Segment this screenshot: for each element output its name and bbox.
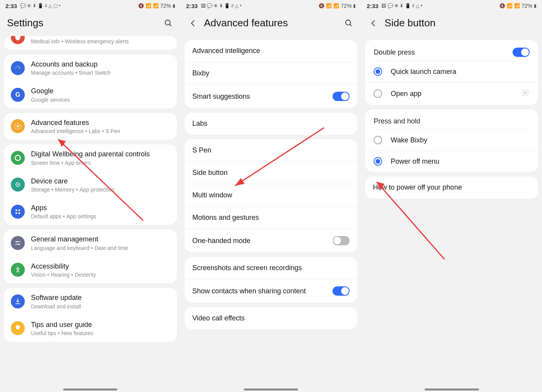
back-button[interactable]: [368, 18, 379, 29]
gear-icon: [11, 119, 25, 133]
power-off-row[interactable]: Power off menu: [365, 151, 538, 172]
one-handed-toggle[interactable]: [333, 236, 350, 245]
sb-header: Side button: [361, 12, 542, 38]
svg-point-17: [346, 20, 351, 25]
open-app-row[interactable]: Open app: [365, 82, 538, 105]
devicecare-row[interactable]: Device care Storage•Memory•App protectio…: [4, 171, 177, 198]
nav-handle[interactable]: [244, 389, 298, 390]
mute-icon: 🔇: [499, 3, 505, 8]
advanced-features-screen: 2:33 🖼 💬 ❄ ⬇ 📱 # △ • 🔇 📶 📶 72% ▮ Advance…: [181, 0, 362, 392]
notif-icon: 🖼 💬 ❄ ⬇ 📱 # △ •: [201, 3, 242, 8]
labs-row[interactable]: Labs: [185, 113, 358, 135]
battery-icon: ▮: [173, 3, 175, 8]
accounts-card: Accounts and backup Manage accounts•Smar…: [4, 55, 177, 108]
wellbeing-row[interactable]: Digital Wellbeing and parental controls …: [4, 144, 177, 171]
nav-handle[interactable]: [425, 389, 479, 390]
quick-launch-row[interactable]: Quick launch camera: [365, 61, 538, 82]
af-group-3: S Pen Side button Multi window Motions a…: [185, 139, 358, 252]
general-row[interactable]: General management Language and keyboard…: [4, 229, 177, 256]
advanced-intelligence-row[interactable]: Advanced intelligence: [185, 40, 358, 62]
bixby-row[interactable]: Bixby: [185, 62, 358, 85]
wellbeing-card: Digital Wellbeing and parental controls …: [4, 144, 177, 225]
accounts-row[interactable]: Accounts and backup Manage accounts•Smar…: [4, 55, 177, 81]
smart-suggestions-toggle[interactable]: [333, 92, 350, 101]
double-press-toggle[interactable]: [513, 48, 530, 57]
open-app-settings[interactable]: [521, 89, 530, 99]
status-time: 2:33: [186, 3, 198, 9]
back-button[interactable]: [188, 18, 199, 29]
s-pen-row[interactable]: S Pen: [185, 139, 358, 162]
tips-row[interactable]: Tips and user guide Useful tips•New feat…: [4, 315, 177, 342]
page-title: Advanced features: [204, 17, 338, 29]
svg-point-0: [165, 20, 170, 25]
af-group-4: Screenshots and screen recordings Show c…: [185, 257, 358, 303]
screenshots-row[interactable]: Screenshots and screen recordings: [185, 257, 358, 279]
nav-handle[interactable]: [63, 389, 117, 390]
side-button-screen: 2:33 🖼 💬 ❄ ⬇ 📱 # △ • 🔇 📶 📶 72% ▮ Side bu…: [361, 0, 542, 392]
svg-rect-7: [19, 209, 20, 211]
wellbeing-icon: [11, 151, 25, 165]
search-icon: [345, 19, 353, 27]
signal-icon: 📶: [333, 3, 339, 8]
signal-icon: 📶: [514, 3, 520, 8]
svg-point-12: [16, 241, 17, 242]
apps-row[interactable]: Apps Default apps•App settings: [4, 198, 177, 225]
search-button[interactable]: [163, 18, 174, 29]
show-contacts-row[interactable]: Show contacts when sharing content: [185, 279, 358, 303]
safety-icon: [11, 36, 25, 44]
show-contacts-toggle[interactable]: [333, 286, 350, 296]
wifi-icon: 📶: [326, 3, 332, 8]
wake-bixby-row[interactable]: Wake Bixby: [365, 130, 538, 151]
open-app-radio[interactable]: [374, 89, 382, 98]
safety-card[interactable]: Medical info•Wireless emergency alerts: [4, 36, 177, 50]
advanced-features-row[interactable]: Advanced features Advanced intelligence•…: [4, 113, 177, 140]
how-to-label: How to power off your phone: [373, 183, 530, 192]
mute-icon: 🔇: [319, 3, 324, 8]
press-hold-header: Press and hold: [365, 110, 538, 129]
smart-suggestions-row[interactable]: Smart suggestions: [185, 85, 358, 108]
software-row[interactable]: Software update Download and install: [4, 288, 177, 315]
side-button-row[interactable]: Side button: [185, 162, 358, 184]
sliders-icon: [11, 236, 25, 250]
notif-icon: 💬 ❄ ⬇ 📱 # △ ▢ •: [20, 3, 60, 8]
svg-rect-8: [15, 212, 17, 214]
page-title: Side button: [384, 17, 535, 29]
settings-screen: 2:33 💬 ❄ ⬇ 📱 # △ ▢ • 🔇 📶 📶 72% ▮ Setting…: [0, 0, 181, 392]
svg-point-21: [524, 92, 527, 94]
quick-launch-radio[interactable]: [374, 67, 382, 76]
svg-rect-6: [15, 209, 17, 211]
wake-bixby-radio[interactable]: [374, 136, 382, 144]
svg-point-5: [17, 184, 18, 185]
notif-icon: 🖼 💬 ❄ ⬇ 📱 # △ •: [381, 3, 422, 8]
wifi-icon: 📶: [507, 3, 513, 8]
double-press-card: Double press Quick launch camera Open ap…: [365, 40, 538, 105]
battery-pct: 72%: [521, 3, 532, 9]
power-off-radio[interactable]: [374, 157, 382, 166]
page-title: Settings: [7, 17, 158, 29]
search-button[interactable]: [343, 18, 354, 29]
google-row[interactable]: G Google Google services: [4, 81, 177, 108]
settings-header: Settings: [0, 12, 181, 38]
sync-icon: [11, 61, 25, 75]
signal-icon: 📶: [153, 3, 159, 8]
af-group-1: Advanced intelligence Bixby Smart sugges…: [185, 40, 358, 108]
gear-icon: [521, 89, 530, 97]
battery-pct: 72%: [160, 3, 171, 9]
svg-line-18: [350, 24, 352, 26]
press-hold-card: Press and hold Wake Bixby Power off menu: [365, 110, 538, 172]
accessibility-row[interactable]: Accessibility Vision•Hearing•Dexterity: [4, 257, 177, 283]
double-press-header: Double press: [365, 40, 538, 61]
accessibility-icon: [11, 263, 25, 277]
battery-pct: 72%: [341, 3, 352, 9]
one-handed-row[interactable]: One-handed mode: [185, 229, 358, 252]
svg-point-3: [15, 155, 20, 160]
motions-row[interactable]: Motions and gestures: [185, 207, 358, 229]
svg-point-13: [18, 244, 19, 245]
status-time: 2:33: [367, 3, 378, 9]
video-call-row[interactable]: Video call effects: [185, 307, 358, 329]
battery-icon: ▮: [534, 3, 537, 8]
general-card: General management Language and keyboard…: [4, 229, 177, 283]
status-bar: 2:33 🖼 💬 ❄ ⬇ 📱 # △ • 🔇 📶 📶 72% ▮: [361, 0, 542, 12]
multi-window-row[interactable]: Multi window: [185, 184, 358, 207]
how-to-card[interactable]: How to power off your phone: [365, 176, 538, 199]
